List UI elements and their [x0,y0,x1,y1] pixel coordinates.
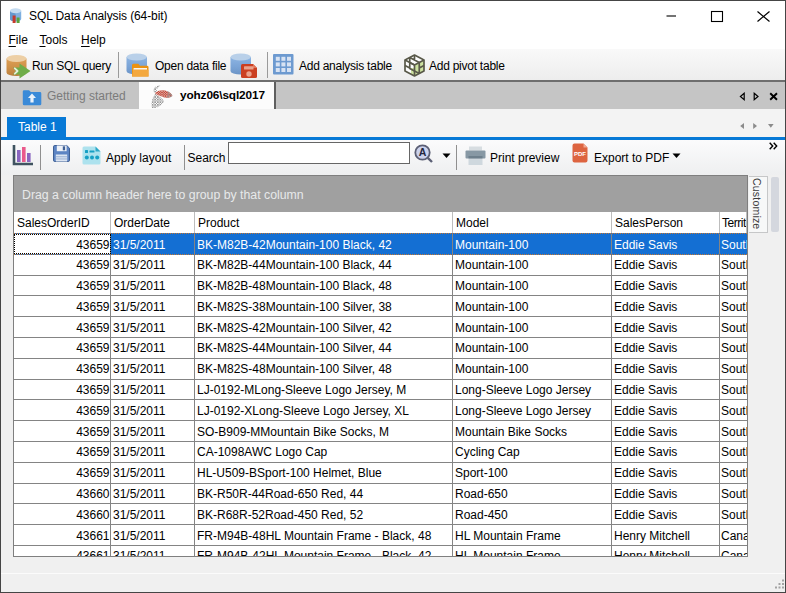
svg-text:PDF: PDF [574,151,586,157]
svg-text:A: A [419,146,427,158]
